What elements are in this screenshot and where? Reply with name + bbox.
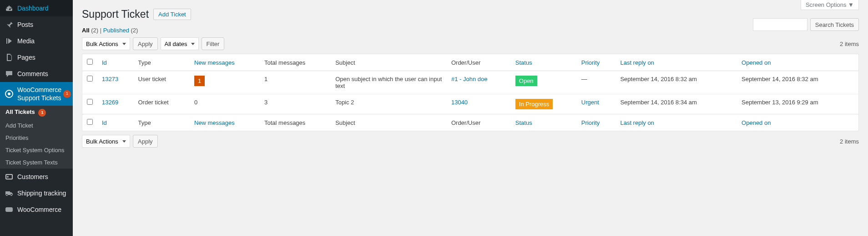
ticket-priority: — <box>577 71 616 94</box>
col-id[interactable]: Id <box>102 59 107 66</box>
sidebar-label: Dashboard <box>17 5 49 12</box>
ticket-id-link[interactable]: 13269 <box>102 99 118 106</box>
svg-point-1 <box>8 92 10 95</box>
sidebar-label: Shipping tracking <box>17 190 66 197</box>
col-type-foot: Type <box>133 114 189 131</box>
customers-icon <box>5 172 14 181</box>
status-badge: Open <box>515 76 537 86</box>
main-content: Screen Options ▼ Support Ticket Add Tick… <box>73 0 868 236</box>
date-filter-select[interactable]: All dates <box>161 37 199 50</box>
comment-icon <box>5 69 14 78</box>
col-total-messages-foot: Total messages <box>260 114 331 131</box>
subnav-add-ticket[interactable]: Add Ticket <box>0 119 73 132</box>
col-new-messages-foot[interactable]: New messages <box>194 119 235 126</box>
ticket-last-reply: September 14, 2016 8:32 am <box>616 71 737 94</box>
sidebar-badge: 1 <box>63 90 71 98</box>
col-subject-foot: Subject <box>331 114 447 131</box>
col-subject: Subject <box>331 54 447 71</box>
tablenav-top: Bulk Actions Apply All dates Filter 2 it… <box>82 37 859 50</box>
sidebar-item-posts[interactable]: Posts <box>0 16 73 33</box>
ticket-order-user-link[interactable]: #1 - John doe <box>451 76 488 82</box>
status-badge: In Progress <box>515 99 553 109</box>
ticket-priority: Urgent <box>577 94 616 114</box>
media-icon <box>5 36 14 46</box>
shipping-icon <box>5 189 14 198</box>
bulk-apply-button-bottom[interactable]: Apply <box>133 135 158 148</box>
bulk-actions-select[interactable]: Bulk Actions <box>82 37 130 50</box>
subnav-all-tickets[interactable]: All Tickets 1 <box>0 106 73 119</box>
filter-button[interactable]: Filter <box>202 37 225 50</box>
ticket-subject: Topic 2 <box>331 94 447 114</box>
ticket-opened-on: September 13, 2016 9:29 am <box>737 94 858 114</box>
table-row: 13269 Order ticket 0 3 Topic 2 13040 In … <box>82 94 859 114</box>
col-new-messages[interactable]: New messages <box>194 59 235 66</box>
ticket-id-link[interactable]: 13273 <box>102 76 118 82</box>
subnav-ticket-texts[interactable]: Ticket System Texts <box>0 156 73 169</box>
ticket-type: User ticket <box>133 71 189 94</box>
sidebar-label: WooCommerce Support Tickets <box>17 86 61 102</box>
add-ticket-button[interactable]: Add Ticket <box>153 9 191 20</box>
subnav-ticket-options[interactable]: Ticket System Options <box>0 144 73 156</box>
ticket-total-messages: 3 <box>260 94 331 114</box>
ticket-total-messages: 1 <box>260 71 331 94</box>
svg-point-3 <box>7 176 9 178</box>
col-priority-foot[interactable]: Priority <box>581 119 600 126</box>
sidebar-label: Posts <box>17 21 33 28</box>
col-type: Type <box>133 54 189 71</box>
col-priority[interactable]: Priority <box>581 59 600 66</box>
sidebar-item-shipping[interactable]: Shipping tracking <box>0 185 73 201</box>
dashboard-icon <box>5 4 14 13</box>
sidebar-item-woocommerce[interactable]: WooCommerce <box>0 201 73 218</box>
filter-all[interactable]: All <box>82 27 90 34</box>
filter-published[interactable]: Published <box>103 27 129 34</box>
ticket-type: Order ticket <box>133 94 189 114</box>
subnav-badge: 1 <box>38 109 46 117</box>
bulk-apply-button[interactable]: Apply <box>133 37 158 50</box>
col-status[interactable]: Status <box>515 59 532 66</box>
sidebar-item-support-tickets[interactable]: WooCommerce Support Tickets 1 <box>0 82 73 106</box>
sidebar-item-dashboard[interactable]: Dashboard <box>0 0 73 16</box>
ticket-new-messages: 0 <box>190 94 260 114</box>
col-status-foot[interactable]: Status <box>515 119 532 126</box>
page-icon <box>5 53 14 62</box>
sidebar-label: Pages <box>17 54 35 61</box>
row-checkbox[interactable] <box>87 76 93 82</box>
bulk-actions-select-bottom[interactable]: Bulk Actions <box>82 135 130 148</box>
select-all-checkbox-foot[interactable] <box>87 119 93 125</box>
col-opened-on-foot[interactable]: Opened on <box>742 119 771 126</box>
search-input[interactable] <box>753 18 807 31</box>
table-row: 13273 User ticket 1 1 Open subject in wh… <box>82 71 859 94</box>
select-all-checkbox[interactable] <box>87 59 93 65</box>
col-last-reply[interactable]: Last reply on <box>620 59 654 66</box>
ticket-icon <box>5 89 14 98</box>
woo-icon <box>5 205 14 214</box>
items-count-bottom: 2 items <box>840 138 859 145</box>
ticket-opened-on: September 14, 2016 8:32 am <box>737 71 858 94</box>
search-box: Search Tickets <box>753 18 859 31</box>
col-order-user: Order/User <box>447 54 511 71</box>
sidebar-item-comments[interactable]: Comments <box>0 66 73 82</box>
row-checkbox[interactable] <box>87 99 93 105</box>
sidebar-item-pages[interactable]: Pages <box>0 49 73 66</box>
sidebar-label: Comments <box>17 70 48 77</box>
search-button[interactable]: Search Tickets <box>810 18 859 31</box>
status-filter-links: All (2) | Published (2) <box>82 27 859 34</box>
sidebar-label: Media <box>17 37 35 45</box>
col-opened-on[interactable]: Opened on <box>742 59 771 66</box>
priority-link[interactable]: Urgent <box>581 99 599 106</box>
ticket-new-messages: 1 <box>190 71 260 94</box>
sidebar-subnav: All Tickets 1 Add Ticket Priorities Tick… <box>0 106 73 169</box>
screen-options-toggle[interactable]: Screen Options ▼ <box>801 0 859 10</box>
tablenav-bottom: Bulk Actions Apply 2 items <box>82 135 859 148</box>
sidebar-label: Customers <box>17 173 48 180</box>
col-id-foot[interactable]: Id <box>102 119 107 126</box>
sidebar-item-customers[interactable]: Customers <box>0 169 73 185</box>
col-total-messages: Total messages <box>260 54 331 71</box>
subnav-priorities[interactable]: Priorities <box>0 132 73 144</box>
ticket-order-user-link[interactable]: 13040 <box>451 99 468 106</box>
col-order-user-foot: Order/User <box>447 114 511 131</box>
ticket-subject: Open subject in which the user can input… <box>331 71 447 94</box>
col-last-reply-foot[interactable]: Last reply on <box>620 119 654 126</box>
sidebar-item-media[interactable]: Media <box>0 33 73 49</box>
ticket-last-reply: September 14, 2016 8:34 am <box>616 94 737 114</box>
